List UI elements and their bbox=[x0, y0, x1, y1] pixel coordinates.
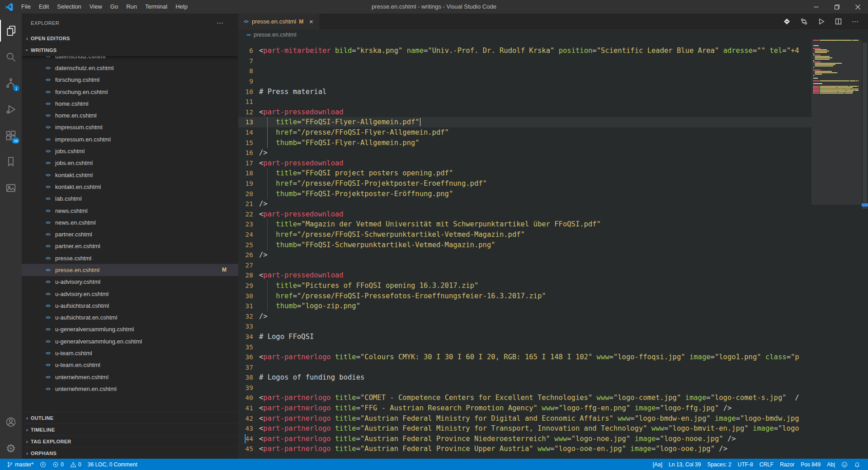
status-git-branch[interactable]: master* bbox=[4, 459, 37, 470]
section-orphans[interactable]: ›ORPHANS bbox=[22, 447, 238, 459]
preview-icon[interactable] bbox=[780, 15, 793, 28]
file-item-forschung-en-cshtml[interactable]: <>forschung.en.cshtml bbox=[22, 86, 238, 98]
code-line[interactable]: 7 bbox=[238, 56, 811, 66]
menu-view[interactable]: View bbox=[85, 0, 106, 14]
section-tag-explorer[interactable]: ›TAG EXPLORER bbox=[22, 435, 238, 447]
file-item-unternehmen-en-cshtml[interactable]: <>unternehmen.en.cshtml bbox=[22, 383, 238, 395]
code-line[interactable]: 45<part-partnerlogo title="Austrian Fede… bbox=[238, 444, 811, 454]
explorer-more-actions-icon[interactable]: ⋯ bbox=[217, 19, 224, 27]
file-item-forschung-cshtml[interactable]: <>forschung.cshtml bbox=[22, 74, 238, 86]
file-item-presse-cshtml[interactable]: <>presse.cshtml bbox=[22, 252, 238, 264]
minimize-button[interactable] bbox=[806, 0, 826, 14]
code-line[interactable]: 41<part-partnerlogo title="FFG - Austria… bbox=[238, 403, 811, 414]
file-item-kontakt-cshtml[interactable]: <>kontakt.cshtml bbox=[22, 169, 238, 181]
file-item-u-team-en-cshtml[interactable]: <>u-team.en.cshtml bbox=[22, 359, 238, 371]
file-item-home-en-cshtml[interactable]: <>home.en.cshtml bbox=[22, 109, 238, 121]
code-line[interactable]: 43<part-partnerlogo title="Austrian Fede… bbox=[238, 423, 811, 434]
code-line[interactable]: 40<part-partnerlogo title="COMET - Compe… bbox=[238, 393, 811, 403]
file-item-u-generalversammlung-cshtml[interactable]: <>u-generalversammlung.cshtml bbox=[22, 324, 238, 335]
file-item-partner-en-cshtml[interactable]: <>partner.en.cshtml bbox=[22, 240, 238, 252]
file-item-u-aufsichtsrat-cshtml[interactable]: <>u-aufsichtsrat.cshtml bbox=[22, 300, 238, 311]
run-icon[interactable] bbox=[815, 15, 827, 28]
file-item-news-cshtml[interactable]: <>news.cshtml bbox=[22, 205, 238, 216]
menu-go[interactable]: Go bbox=[106, 0, 122, 14]
code-line[interactable]: 13 title="FFoQSI-Flyer-Allgemein.pdf" bbox=[238, 117, 811, 127]
status-language-mode[interactable]: Razor bbox=[777, 459, 797, 470]
activity-accounts-icon[interactable] bbox=[0, 411, 22, 433]
code-line[interactable]: 19 href="/presse/FFoQSI-Projektposter-Er… bbox=[238, 179, 811, 189]
tab-presse-en-cshtml[interactable]: <> presse.en.cshtml M × bbox=[238, 14, 320, 29]
open-changes-icon[interactable] bbox=[797, 15, 810, 28]
file-item-u-advisory-en-cshtml[interactable]: <>u-advisory.en.cshtml bbox=[22, 288, 238, 300]
file-item-u-advisory-cshtml[interactable]: <>u-advisory.cshtml bbox=[22, 276, 238, 288]
code-line[interactable]: 8 bbox=[238, 66, 811, 76]
more-actions-icon[interactable]: ⋯ bbox=[849, 15, 862, 28]
section-timeline[interactable]: ›TIMELINE bbox=[22, 423, 238, 435]
code-line[interactable]: 38# Logos of funding bodies bbox=[238, 372, 811, 383]
code-line[interactable]: 21/> bbox=[238, 199, 811, 209]
code-line[interactable]: 28<part-pressedownload bbox=[238, 270, 811, 281]
status-feedback[interactable] bbox=[838, 459, 851, 470]
code-line[interactable]: 11 bbox=[238, 97, 811, 107]
file-item-unternehmen-cshtml[interactable]: <>unternehmen.cshtml bbox=[22, 371, 238, 383]
status-errors[interactable]: 0 bbox=[49, 459, 67, 470]
file-item-partner-cshtml[interactable]: <>partner.cshtml bbox=[22, 228, 238, 240]
activity-source-control-icon[interactable]: 1 bbox=[0, 72, 22, 94]
tab-close-icon[interactable]: × bbox=[307, 18, 315, 25]
status-input-mode[interactable]: Ab| bbox=[824, 459, 838, 470]
scrollbar-thumb[interactable] bbox=[863, 42, 867, 209]
open-editors-section[interactable]: › OPEN EDITORS bbox=[22, 33, 238, 44]
code-line[interactable]: 16/> bbox=[238, 148, 811, 158]
code-line[interactable]: 36<part-partnerlogo title="Colours CMYK:… bbox=[238, 352, 811, 362]
code-line[interactable]: 29 title="Pictures of FFoQSI opening 16.… bbox=[238, 281, 811, 291]
menu-run[interactable]: Run bbox=[122, 0, 141, 14]
code-line[interactable]: 17<part-pressedownload bbox=[238, 158, 811, 169]
menu-edit[interactable]: Edit bbox=[35, 0, 53, 14]
code-line[interactable]: 32/> bbox=[238, 311, 811, 321]
file-item-u-aufsichtsrat-en-cshtml[interactable]: <>u-aufsichtsrat.en.cshtml bbox=[22, 312, 238, 324]
menu-terminal[interactable]: Terminal bbox=[141, 0, 171, 14]
status-encoding[interactable]: UTF-8 bbox=[735, 459, 756, 470]
status-casing-indicator[interactable]: [Aa] bbox=[650, 459, 665, 470]
code-line[interactable]: 44<part-partnerlogo title="Austrian Fede… bbox=[238, 434, 811, 444]
activity-explorer-icon[interactable] bbox=[0, 20, 22, 42]
file-item-u-team-cshtml[interactable]: <>u-team.cshtml bbox=[22, 347, 238, 359]
code-line[interactable]: 20 thumb="FFoQSI-Projektposter-Eröffnung… bbox=[238, 188, 811, 199]
code-line[interactable]: 39 bbox=[238, 383, 811, 393]
code-editor[interactable]: 6<part-mitarbeiter bild="krska.png" name… bbox=[238, 40, 811, 459]
minimap[interactable] bbox=[811, 40, 862, 459]
code-line[interactable]: 42<part-partnerlogo title="Austrian Fede… bbox=[238, 413, 811, 423]
code-line[interactable]: 26/> bbox=[238, 250, 811, 260]
status-warnings[interactable]: 0 bbox=[67, 459, 85, 470]
code-line[interactable]: 12<part-pressedownload bbox=[238, 107, 811, 118]
split-editor-icon[interactable] bbox=[832, 15, 844, 28]
file-item-datenschutz-cshtml[interactable]: <>datenschutz.cshtml bbox=[22, 56, 238, 62]
code-line[interactable]: 34# Logo FFoQSI bbox=[238, 332, 811, 342]
code-line[interactable]: 23 title="Magazin der Vetmed Universität… bbox=[238, 219, 811, 230]
menu-selection[interactable]: Selection bbox=[53, 0, 85, 14]
close-button[interactable] bbox=[847, 0, 868, 14]
status-cursor-position[interactable]: Ln 13, Col 39 bbox=[665, 459, 704, 470]
code-line[interactable]: 9 bbox=[238, 76, 811, 87]
activity-search-icon[interactable] bbox=[0, 46, 22, 68]
activity-run-debug-icon[interactable] bbox=[0, 99, 22, 120]
code-line[interactable]: 37 bbox=[238, 362, 811, 372]
file-item-impressum-en-cshtml[interactable]: <>impressum.en.cshtml bbox=[22, 133, 238, 145]
code-line[interactable]: 15 thumb="FFoQSI-Flyer-Allgemein.png" bbox=[238, 137, 811, 148]
code-line[interactable]: 6<part-mitarbeiter bild="krska.png" name… bbox=[238, 46, 811, 56]
restore-button[interactable] bbox=[826, 0, 847, 14]
status-publish-changes[interactable] bbox=[37, 459, 49, 470]
file-item-news-en-cshtml[interactable]: <>news.en.cshtml bbox=[22, 216, 238, 228]
code-line[interactable]: 22<part-pressedownload bbox=[238, 209, 811, 220]
writings-section[interactable]: › WRITINGS bbox=[22, 44, 238, 56]
code-line[interactable]: 33 bbox=[238, 321, 811, 332]
code-line[interactable]: 31 thumb="logo-zip.png" bbox=[238, 301, 811, 311]
status-indentation[interactable]: Spaces: 2 bbox=[704, 459, 734, 470]
vertical-scrollbar[interactable] bbox=[862, 40, 868, 459]
file-item-jobs-cshtml[interactable]: <>jobs.cshtml bbox=[22, 145, 238, 157]
activity-extensions-icon[interactable]: 38 bbox=[0, 125, 22, 146]
file-item-lab-cshtml[interactable]: <>lab.cshtml bbox=[22, 193, 238, 205]
file-item-home-cshtml[interactable]: <>home.cshtml bbox=[22, 98, 238, 109]
code-line[interactable]: 25 thumb="FFoQSI-Schwerpunktartikel-Vetm… bbox=[238, 240, 811, 250]
code-line[interactable]: 10# Press material bbox=[238, 86, 811, 97]
